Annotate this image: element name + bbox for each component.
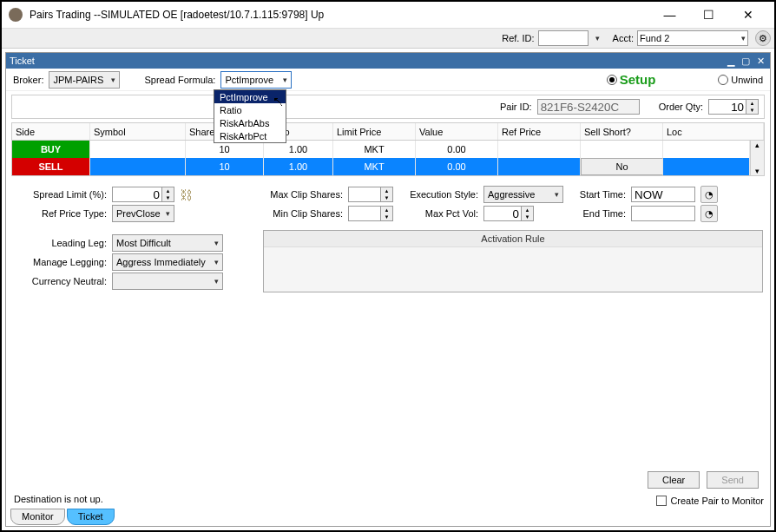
- limit-cell[interactable]: MKT: [333, 158, 416, 175]
- acct-select[interactable]: Fund 2 ▾: [637, 30, 748, 46]
- send-button[interactable]: Send: [707, 471, 759, 489]
- end-time-input[interactable]: [631, 206, 695, 221]
- acct-value: Fund 2: [640, 33, 669, 43]
- unwind-radio[interactable]: Unwind: [718, 75, 763, 85]
- spinner[interactable]: ▲▼: [522, 206, 534, 221]
- spread-formula-option-riskarbabs[interactable]: RiskArbAbs: [214, 116, 286, 129]
- panel-minimize-icon[interactable]: ▁: [725, 56, 737, 66]
- col-header-symbol[interactable]: Symbol: [90, 123, 186, 140]
- config-toolbar: Broker: JPM-PAIRS ▾ Spread Formula: PctI…: [6, 69, 770, 91]
- spinner[interactable]: ▲▼: [381, 206, 393, 221]
- table-row[interactable]: SELL 10 1.00 MKT 0.00 No: [12, 158, 750, 175]
- close-button[interactable]: ✕: [728, 3, 767, 27]
- setup-radio[interactable]: Setup: [607, 72, 656, 87]
- loc-cell[interactable]: [663, 158, 750, 175]
- col-header-loc[interactable]: Loc: [663, 123, 764, 140]
- checkbox-box-icon: [656, 496, 667, 506]
- symbol-cell[interactable]: [90, 158, 186, 175]
- currency-neutral-select[interactable]: ▾: [112, 273, 223, 290]
- clear-button[interactable]: Clear: [648, 471, 700, 489]
- shares-cell[interactable]: 10: [186, 158, 264, 175]
- ratio-cell[interactable]: 1.00: [264, 158, 333, 175]
- broker-label: Broker:: [13, 75, 43, 85]
- chevron-down-icon: ▾: [214, 258, 219, 266]
- end-time-clock-icon[interactable]: ◔: [700, 205, 718, 222]
- refprice-cell[interactable]: [498, 141, 581, 158]
- shares-cell[interactable]: 10: [186, 141, 264, 158]
- spread-limit-spinner[interactable]: ▲▼: [162, 187, 174, 202]
- link-icon[interactable]: ⛓: [180, 187, 193, 202]
- start-time-input[interactable]: [631, 187, 695, 202]
- value-cell[interactable]: 0.00: [416, 158, 498, 175]
- col-header-side[interactable]: Side: [12, 123, 90, 140]
- panel-close-icon[interactable]: ✕: [754, 56, 766, 66]
- manage-legging-label: Manage Legging:: [13, 257, 107, 267]
- activation-rule-panel: Activation Rule: [263, 230, 763, 292]
- chevron-down-icon: ▾: [283, 76, 287, 84]
- col-header-value[interactable]: Value: [416, 123, 498, 140]
- panel-title: Ticket: [10, 56, 35, 66]
- tab-monitor[interactable]: Monitor: [10, 509, 65, 525]
- chevron-down-icon: ▾: [166, 209, 170, 218]
- max-pct-vol-input[interactable]: ▲▼: [483, 206, 534, 221]
- scroll-up-icon[interactable]: ▴: [755, 141, 760, 149]
- leading-leg-select[interactable]: Most Difficult ▾: [112, 234, 223, 252]
- minimize-button[interactable]: —: [650, 3, 689, 27]
- chevron-down-icon: ▾: [741, 34, 746, 43]
- ratio-cell[interactable]: 1.00: [264, 141, 333, 158]
- max-clip-input[interactable]: ▲▼: [348, 187, 393, 202]
- min-clip-input[interactable]: ▲▼: [348, 206, 393, 221]
- spread-formula-option-riskarbpct[interactable]: RiskArbPct: [214, 129, 286, 142]
- setup-radio-label: Setup: [620, 72, 656, 87]
- end-time-label: End Time:: [572, 208, 626, 219]
- create-pair-checkbox[interactable]: Create Pair to Monitor: [656, 496, 764, 506]
- pair-id-input[interactable]: [537, 99, 640, 115]
- leading-leg-label: Leading Leg:: [13, 238, 107, 248]
- broker-select[interactable]: JPM-PAIRS ▾: [49, 71, 120, 89]
- sellshort-cell[interactable]: [581, 141, 663, 158]
- exec-style-select[interactable]: Aggressive ▾: [483, 186, 563, 203]
- value-cell[interactable]: 0.00: [416, 141, 498, 158]
- refprice-cell[interactable]: [498, 158, 581, 175]
- ref-price-type-label: Ref Price Type:: [13, 208, 107, 219]
- spread-formula-option-pctimprove[interactable]: PctImprove: [214, 90, 286, 103]
- tab-ticket[interactable]: Ticket: [67, 509, 115, 525]
- limit-cell[interactable]: MKT: [333, 141, 416, 158]
- sellshort-cell[interactable]: No: [581, 158, 663, 175]
- radio-dot-icon: [718, 75, 728, 85]
- grid-scrollbar[interactable]: ▴ ▾: [750, 141, 764, 175]
- spread-limit-input[interactable]: ▲▼: [112, 187, 174, 202]
- symbol-cell[interactable]: [90, 141, 186, 158]
- spread-formula-value: PctImprove: [225, 75, 273, 85]
- scroll-down-icon[interactable]: ▾: [755, 167, 760, 175]
- side-cell-buy[interactable]: BUY: [12, 141, 90, 158]
- status-text: Destination is not up.: [14, 494, 103, 504]
- app-icon: [9, 8, 23, 22]
- col-header-refprice[interactable]: Ref Price: [498, 123, 581, 140]
- loc-cell[interactable]: [663, 141, 750, 158]
- spread-formula-dropdown[interactable]: PctImprove Ratio RiskArbAbs RiskArbPct ⭦: [214, 89, 286, 143]
- spread-formula-select[interactable]: PctImprove ▾: [220, 71, 292, 89]
- side-cell-sell[interactable]: SELL: [12, 158, 90, 175]
- ref-id-dropdown[interactable]: ▾: [592, 31, 604, 45]
- order-qty-input[interactable]: ▲▼: [708, 99, 759, 115]
- chevron-down-icon: ▾: [214, 239, 219, 247]
- manage-legging-select[interactable]: Aggress Immediately ▾: [112, 253, 223, 271]
- chevron-down-icon: ▾: [555, 190, 559, 199]
- col-header-limit[interactable]: Limit Price: [333, 123, 416, 140]
- spinner[interactable]: ▲▼: [381, 187, 393, 202]
- settings-gear-icon[interactable]: ⚙: [755, 30, 771, 46]
- exec-style-label: Execution Style:: [402, 189, 478, 200]
- maximize-button[interactable]: ☐: [689, 3, 728, 27]
- ref-price-type-select[interactable]: PrevClose ▾: [112, 205, 174, 222]
- panel-maximize-icon[interactable]: ▢: [740, 56, 752, 66]
- bottom-tab-bar: Monitor Ticket: [10, 510, 116, 527]
- ref-id-input[interactable]: [538, 30, 589, 46]
- col-header-sellshort[interactable]: Sell Short?: [581, 123, 663, 140]
- order-qty-spinner[interactable]: ▲▼: [746, 99, 759, 115]
- exec-style-value: Aggressive: [488, 189, 535, 200]
- table-row[interactable]: BUY 10 1.00 MKT 0.00: [12, 141, 750, 158]
- start-time-clock-icon[interactable]: ◔: [700, 186, 718, 203]
- spread-formula-option-ratio[interactable]: Ratio: [214, 103, 286, 116]
- max-pct-vol-label: Max Pct Vol:: [402, 208, 478, 219]
